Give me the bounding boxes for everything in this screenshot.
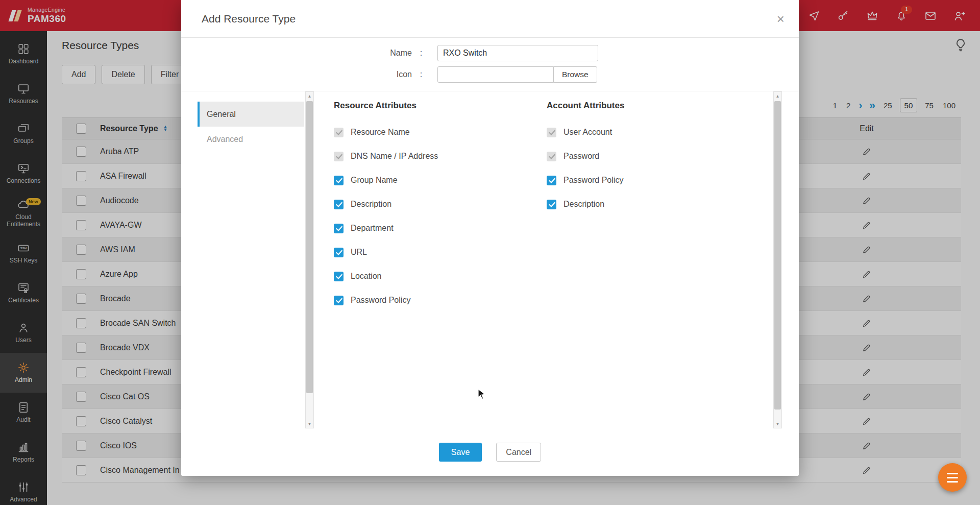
dialog-fields: Name : Icon : Browse [181, 45, 799, 88]
checkbox-password [547, 152, 556, 161]
attribute-row: User Account [547, 126, 746, 138]
attribute-label: User Account [564, 128, 612, 137]
name-label: Name [181, 49, 412, 58]
checkbox-description[interactable] [334, 200, 344, 209]
attribute-row: URL [334, 246, 533, 258]
dialog-footer: Save Cancel [181, 443, 799, 462]
checkbox-resource-name [334, 128, 344, 137]
modal-tabs: GeneralAdvanced [198, 102, 304, 152]
icon-label: Icon [181, 70, 412, 79]
close-icon[interactable]: × [777, 12, 785, 26]
section-heading: Resource Attributes [334, 101, 533, 111]
attribute-row: Resource Name [334, 126, 533, 138]
checkbox-password-policy[interactable] [334, 296, 344, 305]
attribute-label: Password Policy [351, 296, 410, 305]
add-resource-type-dialog: Add Resource Type × Name : Icon : Browse… [181, 0, 799, 476]
attribute-label: Group Name [351, 176, 398, 185]
app-root: ManageEngine PAM360 1 DashboardResources… [0, 0, 980, 505]
attribute-row: Password Policy [547, 174, 746, 186]
icon-colon: : [412, 70, 430, 79]
scroll-down-icon[interactable]: ▼ [306, 420, 313, 428]
attribute-label: Description [564, 200, 604, 209]
tab-advanced[interactable]: Advanced [198, 127, 304, 152]
scroll-down-icon[interactable]: ▼ [774, 420, 781, 428]
checkbox-location[interactable] [334, 272, 344, 281]
save-button[interactable]: Save [439, 443, 482, 462]
attribute-label: Password [564, 152, 599, 161]
scroll-up-icon[interactable]: ▲ [306, 92, 313, 100]
attribute-row: Location [334, 270, 533, 282]
tabs-scrollbar[interactable]: ▲ ▼ [305, 91, 314, 428]
attribute-label: Description [351, 200, 391, 209]
attribute-label: Password Policy [564, 176, 623, 185]
name-input[interactable] [437, 45, 598, 61]
attribute-row: Description [334, 198, 533, 210]
checkbox-url[interactable] [334, 248, 344, 257]
resource-attributes-section: Resource AttributesResource NameDNS Name… [334, 101, 533, 318]
attribute-row: Password [547, 150, 746, 162]
checkbox-dns-name-ip-address [334, 152, 344, 161]
content-scrollbar[interactable]: ▲ ▼ [773, 91, 782, 428]
tab-general[interactable]: General [198, 102, 304, 127]
dialog-title: Add Resource Type [202, 13, 296, 25]
dialog-body: GeneralAdvanced ▲ ▼ Resource AttributesR… [181, 91, 799, 428]
attribute-label: Department [351, 224, 394, 233]
section-heading: Account Attributes [547, 101, 746, 111]
name-colon: : [412, 49, 430, 58]
attribute-label: Location [351, 272, 382, 281]
checkbox-password-policy[interactable] [547, 176, 556, 185]
attribute-row: Department [334, 222, 533, 234]
scrollbar-thumb[interactable] [306, 101, 313, 393]
checkbox-group-name[interactable] [334, 176, 344, 185]
checkbox-user-account [547, 128, 556, 137]
account-attributes-section: Account AttributesUser AccountPasswordPa… [547, 101, 746, 222]
dialog-header: Add Resource Type × [181, 0, 799, 38]
attribute-label: URL [351, 248, 367, 257]
quick-menu-fab[interactable] [938, 463, 967, 492]
scroll-up-icon[interactable]: ▲ [774, 92, 781, 100]
attribute-row: Group Name [334, 174, 533, 186]
browse-button[interactable]: Browse [553, 66, 597, 83]
checkbox-department[interactable] [334, 224, 344, 233]
attribute-row: Description [547, 198, 746, 210]
attribute-row: Password Policy [334, 294, 533, 306]
cancel-button[interactable]: Cancel [496, 443, 541, 462]
attribute-label: DNS Name / IP Address [351, 152, 438, 161]
checkbox-description[interactable] [547, 200, 556, 209]
attribute-label: Resource Name [351, 128, 410, 137]
scrollbar-thumb[interactable] [774, 101, 781, 410]
icon-input[interactable] [437, 66, 554, 83]
attribute-row: DNS Name / IP Address [334, 150, 533, 162]
